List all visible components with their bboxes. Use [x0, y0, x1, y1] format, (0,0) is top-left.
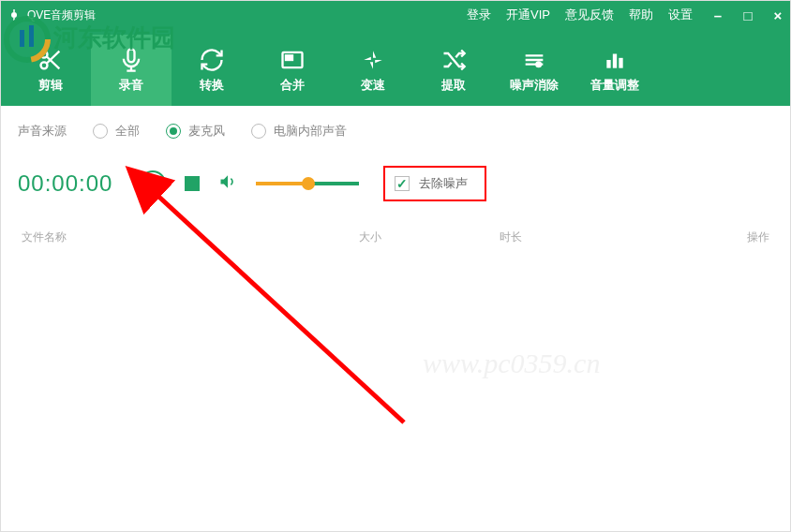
record-stop-button[interactable]: [185, 176, 200, 191]
record-play-button[interactable]: [140, 170, 166, 197]
svg-marker-7: [370, 62, 373, 69]
tab-speed-label: 变速: [361, 77, 385, 94]
svg-rect-3: [128, 49, 135, 62]
noise-removal-highlight: ✓ 去除噪声: [383, 166, 486, 201]
app-title: QVE音频剪辑: [27, 7, 96, 23]
svg-point-2: [41, 62, 48, 68]
svg-marker-9: [375, 60, 382, 63]
source-system-label: 电脑内部声音: [274, 123, 347, 140]
tab-denoise[interactable]: 噪声消除: [494, 35, 575, 106]
equalizer-icon: [602, 47, 628, 73]
source-all-label: 全部: [115, 123, 140, 140]
vip-link[interactable]: 开通VIP: [506, 7, 550, 23]
minimize-button[interactable]: –: [711, 7, 724, 23]
audio-source-row: 声音来源 全部 麦克风 电脑内部声音: [18, 123, 773, 140]
svg-rect-12: [613, 54, 617, 68]
tab-convert-label: 转换: [200, 77, 224, 94]
maximize-button[interactable]: □: [741, 7, 754, 23]
slider-thumb[interactable]: [302, 177, 315, 190]
noise-checkbox[interactable]: ✓: [395, 176, 410, 191]
record-timer: 00:00:00: [18, 170, 121, 197]
tab-cut[interactable]: 剪辑: [10, 35, 91, 106]
tab-volume-label: 音量调整: [590, 77, 639, 94]
volume-slider[interactable]: [256, 182, 359, 185]
speed-icon: [360, 47, 386, 73]
help-link[interactable]: 帮助: [629, 7, 653, 23]
source-mic-radio[interactable]: 麦克风: [166, 123, 225, 140]
svg-rect-13: [619, 58, 622, 68]
col-duration: 时长: [500, 229, 687, 245]
svg-marker-8: [364, 57, 371, 60]
tab-denoise-label: 噪声消除: [510, 77, 559, 94]
noise-label: 去除噪声: [419, 175, 468, 192]
source-all-radio[interactable]: 全部: [93, 123, 140, 140]
svg-point-0: [11, 12, 17, 18]
tab-record-label: 录音: [119, 77, 143, 94]
microphone-icon: [118, 47, 144, 73]
svg-point-10: [536, 62, 541, 66]
watermark-url: www.pc0359.cn: [423, 347, 600, 379]
tab-merge-label: 合并: [280, 77, 305, 94]
radio-icon: [93, 124, 108, 139]
svg-point-1: [41, 52, 48, 58]
convert-icon: [199, 47, 225, 73]
file-table-header: 文件名称 大小 时长 操作: [18, 229, 773, 245]
feedback-link[interactable]: 意见反馈: [565, 7, 614, 23]
source-label: 声音来源: [18, 123, 67, 140]
scissors-icon: [37, 47, 64, 73]
svg-rect-5: [286, 55, 292, 60]
shuffle-icon: [440, 47, 467, 73]
login-link[interactable]: 登录: [467, 7, 491, 23]
radio-icon: [166, 124, 181, 139]
radio-icon: [251, 124, 266, 139]
denoise-icon: [521, 47, 547, 73]
col-operation: 操作: [687, 229, 769, 245]
source-system-radio[interactable]: 电脑内部声音: [251, 123, 347, 140]
merge-icon: [279, 47, 306, 73]
tab-speed[interactable]: 变速: [333, 35, 413, 106]
volume-icon[interactable]: [218, 172, 237, 195]
close-button[interactable]: ×: [771, 7, 784, 23]
svg-marker-6: [373, 51, 376, 58]
tab-convert[interactable]: 转换: [172, 35, 252, 106]
tab-extract-label: 提取: [441, 77, 466, 94]
col-filename: 文件名称: [22, 229, 359, 245]
tab-record[interactable]: 录音: [91, 35, 172, 106]
col-size: 大小: [359, 229, 500, 245]
play-icon: [150, 178, 159, 189]
tab-extract[interactable]: 提取: [413, 35, 494, 106]
tab-merge[interactable]: 合并: [252, 35, 333, 106]
settings-link[interactable]: 设置: [668, 7, 693, 23]
source-mic-label: 麦克风: [188, 123, 225, 140]
tab-cut-label: 剪辑: [38, 77, 63, 94]
svg-rect-11: [606, 60, 610, 68]
tab-volume[interactable]: 音量调整: [575, 35, 655, 106]
app-logo-icon: [7, 7, 22, 22]
